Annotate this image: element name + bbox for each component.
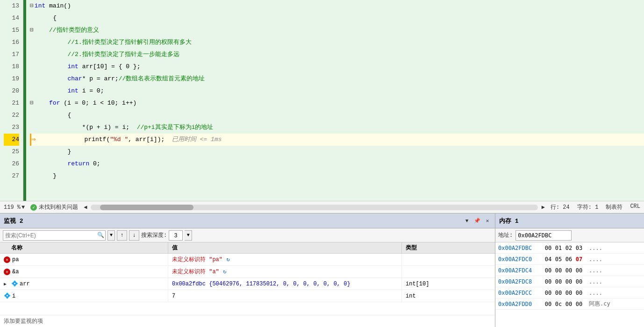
watch-name-arr: arr bbox=[20, 281, 30, 287]
kw-int-13: int bbox=[35, 0, 45, 12]
mem-chars-1: .... bbox=[589, 256, 602, 263]
code-line-22: { bbox=[30, 109, 644, 121]
watch-panel-header: 监视 2 ▼ 📌 ✕ bbox=[0, 213, 495, 228]
watch-toolbar: 🔍 ▼ ↑ ↓ 搜索深度: ▼ bbox=[0, 228, 495, 242]
row-indicator: 行: 24 bbox=[551, 203, 570, 211]
watch-name-pa: pa bbox=[12, 256, 19, 263]
watch-value-pa: 未定义标识符 "pa" bbox=[172, 256, 222, 263]
mem-addr-0: 0x00A2FDBC bbox=[498, 245, 540, 251]
scrollbar-thumb[interactable] bbox=[100, 205, 193, 210]
watch-panel-dock[interactable]: 📌 bbox=[473, 217, 481, 225]
mem-bytes-1: 04 05 06 07 bbox=[544, 256, 583, 263]
collapse-15[interactable]: ⊟ bbox=[30, 24, 34, 36]
horizontal-scrollbar[interactable] bbox=[91, 205, 537, 210]
mem-row-3: 0x00A2FDC8 00 00 00 00 .... bbox=[495, 276, 644, 287]
mem-addr-1: 0x00A2FDC0 bbox=[498, 256, 540, 263]
refresh-btn-a[interactable]: ↻ bbox=[221, 268, 229, 276]
zoom-control[interactable]: 119 % ▼ bbox=[4, 204, 25, 211]
watch-cell-name-a: ✕ &a bbox=[0, 266, 168, 277]
mem-addr-4: 0x00A2FDCC bbox=[498, 290, 540, 296]
watch-cell-type-arr: int[10] bbox=[402, 278, 495, 290]
bottom-panels: 监视 2 ▼ 📌 ✕ 🔍 ▼ ↑ ↓ 搜索深度: ▼ 名称 值 类型 bbox=[0, 213, 644, 327]
mem-addr-2: 0x00A2FDC4 bbox=[498, 267, 540, 274]
encoding-indicator: CRL bbox=[630, 203, 640, 211]
line-num-17: 17 bbox=[4, 49, 19, 61]
watch-row-arr: ▶ 💠 arr 0x00a2fdbc {50462976, 117835012,… bbox=[0, 278, 495, 290]
watch-panel-pin[interactable]: ▼ bbox=[463, 217, 471, 225]
watch-cell-name-pa: ✕ pa bbox=[0, 254, 168, 265]
memory-panel-title: 内存 1 bbox=[499, 217, 519, 225]
scroll-right-arrow[interactable]: ▶ bbox=[542, 204, 545, 211]
depth-dropdown-btn[interactable]: ▼ bbox=[185, 230, 192, 241]
line-num-23: 23 bbox=[4, 121, 19, 134]
zoom-dropdown-icon[interactable]: ▼ bbox=[21, 204, 25, 211]
watch-panel-title: 监视 2 bbox=[4, 217, 23, 225]
watch-search-input[interactable] bbox=[3, 232, 96, 239]
mem-row-1: 0x00A2FDC0 04 05 06 07 .... bbox=[495, 254, 644, 265]
collapse-21[interactable]: ⊟ bbox=[30, 97, 34, 109]
scroll-left-arrow[interactable]: ◀ bbox=[84, 204, 87, 211]
code-line-21: ⊟ for (i = 0; i < 10; i++) bbox=[30, 97, 644, 109]
watch-row-pa: ✕ pa 未定义标识符 "pa" ↻ bbox=[0, 254, 495, 266]
code-editor: 13 14 15 16 17 18 19 20 21 22 23 24 25 2… bbox=[0, 0, 644, 201]
mem-bytes-5: 00 0c 00 00 bbox=[544, 301, 583, 307]
depth-label: 搜索深度: bbox=[141, 231, 167, 239]
line-num-13: 13 bbox=[4, 0, 19, 12]
watch-cell-value-arr: 0x00a2fdbc {50462976, 117835012, 0, 0, 0… bbox=[168, 278, 402, 290]
memory-panel-header: 内存 1 bbox=[495, 213, 644, 228]
mem-addr-3: 0x00A2FDC8 bbox=[498, 278, 540, 285]
tab-indicator: 制表符 bbox=[606, 203, 623, 211]
refresh-btn-pa[interactable]: ↻ bbox=[224, 256, 232, 263]
watch-value-arr: 0x00a2fdbc {50462976, 117835012, 0, 0, 0… bbox=[172, 281, 351, 287]
watch-cell-name-i: 💠 i bbox=[0, 290, 168, 302]
watch-table-body: ✕ pa 未定义标识符 "pa" ↻ ✕ &a 未定义标识符 "a" ↻ bbox=[0, 254, 495, 315]
line-num-15: 15 bbox=[4, 24, 19, 36]
code-line-18: int arr[10] = { 0 }; bbox=[30, 61, 644, 73]
mem-row-5: 0x00A2FDD0 00 0c 00 00 阿惠.cy bbox=[495, 299, 644, 310]
line-num-20: 20 bbox=[4, 85, 19, 97]
line-numbers: 13 14 15 16 17 18 19 20 21 22 23 24 25 2… bbox=[0, 0, 23, 201]
line-num-16: 16 bbox=[4, 36, 19, 49]
mem-bytes-3: 00 00 00 00 bbox=[544, 278, 583, 285]
error-icon-pa: ✕ bbox=[4, 256, 10, 263]
mem-row-0: 0x00A2FDBC 00 01 02 03 .... bbox=[495, 242, 644, 254]
watch-value-a: 未定义标识符 "a" bbox=[172, 268, 219, 276]
line-num-19: 19 bbox=[4, 73, 19, 85]
code-line-15: ⊟ //指针类型的意义 bbox=[30, 24, 644, 36]
watch-name-a: &a bbox=[12, 269, 19, 275]
search-dropdown-btn[interactable]: ▼ bbox=[107, 230, 115, 241]
search-icon[interactable]: 🔍 bbox=[96, 231, 105, 240]
search-depth-input[interactable] bbox=[169, 230, 183, 241]
search-down-btn[interactable]: ↓ bbox=[129, 230, 139, 241]
arr-icon-i: 💠 bbox=[4, 293, 10, 299]
status-bar: 119 % ▼ ✓ 未找到相关问题 ◀ ▶ 行: 24 字符: 1 制表符 CR… bbox=[0, 201, 644, 213]
address-label: 地址: bbox=[498, 231, 513, 239]
mem-chars-3: .... bbox=[589, 278, 602, 285]
collapse-13[interactable]: ⊟ bbox=[30, 0, 34, 12]
watch-panel-close[interactable]: ✕ bbox=[484, 217, 491, 225]
watch-value-i: 7 bbox=[172, 293, 175, 299]
code-line-14: { bbox=[30, 12, 644, 24]
address-input[interactable] bbox=[515, 230, 572, 241]
scrollbar-area[interactable]: ◀ ▶ bbox=[84, 204, 545, 211]
watch-row-i: 💠 i 7 int bbox=[0, 290, 495, 302]
watch-cell-type-i: int bbox=[402, 290, 495, 302]
status-ok: ✓ 未找到相关问题 bbox=[30, 203, 78, 211]
mem-chars-4: .... bbox=[589, 290, 602, 296]
search-box[interactable]: 🔍 bbox=[3, 230, 106, 241]
memory-content: 0x00A2FDBC 00 01 02 03 .... 0x00A2FDC0 0… bbox=[495, 242, 644, 327]
col-header-value: 值 bbox=[168, 242, 402, 253]
watch-table-header: 名称 值 类型 bbox=[0, 242, 495, 254]
code-line-16: //1.指针类型决定了指针解引用的权限有多大 bbox=[30, 36, 644, 49]
mem-addr-5: 0x00A2FDD0 bbox=[498, 301, 540, 307]
search-up-btn[interactable]: ↑ bbox=[117, 230, 127, 241]
line-num-18: 18 bbox=[4, 61, 19, 73]
mem-chars-2: .... bbox=[589, 267, 602, 274]
expand-arrow-arr[interactable]: ▶ bbox=[4, 281, 9, 287]
code-line-25: } bbox=[30, 146, 644, 158]
line-num-24: 24 bbox=[4, 134, 19, 146]
watch-cell-value-i: 7 bbox=[168, 290, 402, 302]
add-watch-item[interactable]: 添加要监视的项 bbox=[0, 315, 495, 327]
mem-row-4: 0x00A2FDCC 00 00 00 00 .... bbox=[495, 287, 644, 299]
watch-name-i: i bbox=[12, 293, 15, 299]
